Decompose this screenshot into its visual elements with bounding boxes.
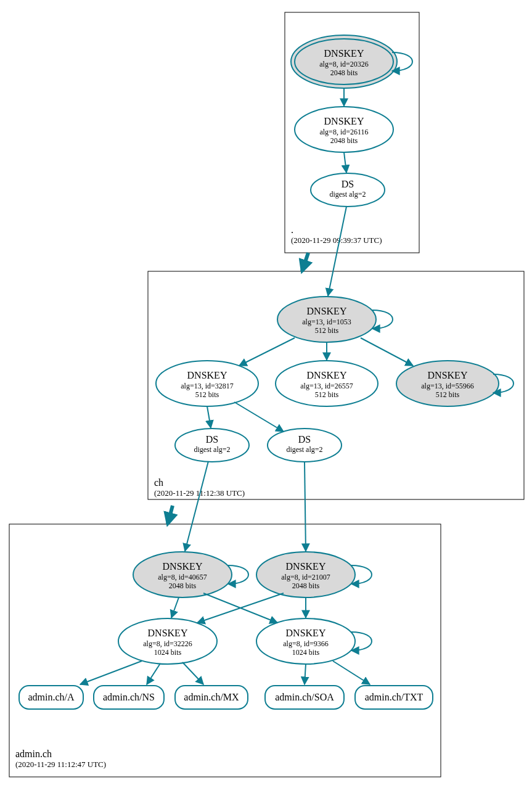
node-rr-txt: admin.ch/TXT — [355, 686, 433, 709]
zone-root-timestamp: (2020-11-29 09:39:37 UTC) — [291, 236, 382, 245]
svg-text:admin.ch/SOA: admin.ch/SOA — [275, 692, 334, 702]
svg-text:admin.ch/NS: admin.ch/NS — [103, 692, 155, 702]
svg-text:alg=8, id=40657: alg=8, id=40657 — [158, 573, 207, 581]
svg-text:1024 bits: 1024 bits — [154, 648, 182, 657]
svg-text:512 bits: 512 bits — [315, 326, 339, 335]
zone-root-label: . — [291, 224, 293, 235]
node-ch-z1: DNSKEY alg=13, id=32817 512 bits — [156, 361, 258, 406]
svg-text:DNSKEY: DNSKEY — [286, 561, 326, 572]
svg-text:DNSKEY: DNSKEY — [324, 116, 364, 126]
edge-ch-z1-ds2 — [234, 402, 284, 432]
svg-text:admin.ch/MX: admin.ch/MX — [184, 692, 239, 702]
edge-admin-z1-mx — [182, 662, 203, 684]
node-root-ds: DS digest alg=2 — [311, 173, 385, 207]
node-ch-ds2: DS digest alg=2 — [268, 429, 342, 462]
edge-admin-k2-z1 — [197, 593, 284, 623]
node-ch-ds1: DS digest alg=2 — [175, 429, 249, 462]
zone-ch-label: ch — [154, 477, 163, 488]
edge-admin-z1-a — [80, 661, 142, 684]
svg-text:DS: DS — [298, 434, 311, 445]
edge-zone-ch-admin — [168, 506, 173, 524]
edge-admin-z1-ns — [147, 663, 160, 684]
svg-text:alg=8, id=32226: alg=8, id=32226 — [143, 639, 192, 648]
svg-text:DNSKEY: DNSKEY — [163, 561, 203, 572]
edge-ch-z1-ds1 — [207, 406, 211, 428]
svg-text:admin.ch/TXT: admin.ch/TXT — [365, 692, 424, 702]
svg-text:DNSKEY: DNSKEY — [148, 628, 188, 638]
node-admin-k1: DNSKEY alg=8, id=40657 2048 bits — [133, 552, 232, 597]
node-admin-k2: DNSKEY alg=8, id=21007 2048 bits — [256, 552, 355, 597]
edge-root-zsk-ds — [344, 152, 346, 173]
node-root-zsk: DNSKEY alg=8, id=26116 2048 bits — [295, 107, 393, 152]
svg-text:admin.ch/A: admin.ch/A — [28, 692, 75, 702]
svg-text:2048 bits: 2048 bits — [169, 581, 197, 590]
edge-ch-ksk-z1 — [239, 338, 295, 366]
edge-root-ds-ch-ksk — [328, 207, 346, 296]
zone-admin-box — [9, 524, 441, 777]
node-ch-ksk: DNSKEY alg=13, id=1053 512 bits — [277, 297, 376, 342]
svg-text:alg=13, id=26557: alg=13, id=26557 — [300, 382, 353, 390]
zone-admin-label: admin.ch — [15, 749, 52, 759]
svg-text:DNSKEY: DNSKEY — [307, 306, 347, 316]
zone-admin-timestamp: (2020-11-29 11:12:47 UTC) — [15, 760, 106, 769]
svg-text:DS: DS — [342, 179, 354, 189]
svg-text:digest alg=2: digest alg=2 — [194, 445, 230, 454]
node-ch-z2: DNSKEY alg=13, id=26557 512 bits — [276, 361, 378, 406]
svg-text:DNSKEY: DNSKEY — [324, 48, 364, 59]
node-admin-z2: DNSKEY alg=8, id=9366 1024 bits — [256, 618, 355, 664]
svg-text:2048 bits: 2048 bits — [330, 136, 358, 145]
edge-zone-root-ch — [302, 253, 308, 271]
svg-text:alg=8, id=21007: alg=8, id=21007 — [281, 573, 330, 581]
svg-text:DNSKEY: DNSKEY — [187, 370, 227, 380]
svg-text:alg=8, id=20326: alg=8, id=20326 — [319, 60, 369, 68]
svg-text:digest alg=2: digest alg=2 — [329, 190, 366, 199]
svg-text:2048 bits: 2048 bits — [330, 68, 358, 77]
node-rr-soa: admin.ch/SOA — [265, 686, 344, 709]
svg-text:DNSKEY: DNSKEY — [286, 628, 326, 638]
svg-text:alg=13, id=1053: alg=13, id=1053 — [302, 318, 351, 326]
edge-admin-z2-txt — [333, 661, 370, 684]
edge-ch-ds1-admin-k1 — [185, 461, 208, 551]
node-ch-z3: DNSKEY alg=13, id=55966 512 bits — [396, 361, 499, 406]
node-admin-z1: DNSKEY alg=8, id=32226 1024 bits — [118, 618, 217, 664]
svg-text:512 bits: 512 bits — [195, 390, 219, 399]
edge-ch-ksk-z3 — [361, 338, 413, 366]
edge-admin-k1-z1 — [171, 597, 179, 618]
node-rr-ns: admin.ch/NS — [94, 686, 164, 709]
svg-text:alg=8, id=26116: alg=8, id=26116 — [319, 128, 368, 136]
node-root-ksk: DNSKEY alg=8, id=20326 2048 bits — [291, 35, 397, 88]
node-rr-mx: admin.ch/MX — [175, 686, 248, 709]
svg-text:alg=8, id=9366: alg=8, id=9366 — [283, 639, 329, 648]
svg-text:DS: DS — [206, 434, 218, 445]
svg-text:alg=13, id=32817: alg=13, id=32817 — [181, 382, 234, 390]
svg-text:alg=13, id=55966: alg=13, id=55966 — [421, 382, 474, 390]
svg-text:digest alg=2: digest alg=2 — [286, 445, 322, 454]
svg-text:DNSKEY: DNSKEY — [307, 370, 347, 380]
dnssec-chain-diagram: . (2020-11-29 09:39:37 UTC) DNSKEY alg=8… — [0, 0, 532, 788]
svg-text:2048 bits: 2048 bits — [292, 581, 320, 590]
svg-text:512 bits: 512 bits — [436, 390, 460, 399]
edge-admin-z2-soa — [305, 664, 306, 684]
svg-text:512 bits: 512 bits — [315, 390, 339, 399]
edge-ch-ds2-admin-k2 — [305, 462, 306, 551]
svg-text:1024 bits: 1024 bits — [292, 648, 320, 657]
svg-text:DNSKEY: DNSKEY — [428, 370, 468, 380]
node-rr-a: admin.ch/A — [19, 686, 83, 709]
